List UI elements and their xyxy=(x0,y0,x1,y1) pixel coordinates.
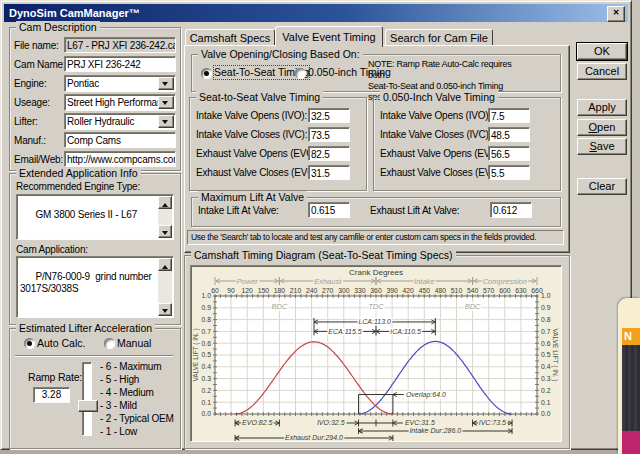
svg-text:VALVE LIFT ( IN. ): VALVE LIFT ( IN. ) xyxy=(192,328,200,381)
inch-timing-title: 0.050-Inch Valve Timing xyxy=(380,91,498,104)
chevron-down-icon[interactable] xyxy=(158,77,174,90)
manuf-input[interactable]: Comp Cams xyxy=(64,132,176,148)
apply-button[interactable]: Apply xyxy=(577,99,627,116)
title-bar[interactable]: DynoSim CamManager™ ✕ xyxy=(4,4,628,22)
chevron-down-icon[interactable] xyxy=(158,96,174,109)
scroll-down-icon[interactable] xyxy=(158,225,172,238)
based-on-radio-seat-to-seat-timing[interactable] xyxy=(201,68,212,79)
svg-text:180: 180 xyxy=(274,287,286,294)
engine-type-textarea[interactable]: GM 3800 Series II - L67 xyxy=(16,194,174,240)
timing-row-intake-valve-opens-ivo: Intake Valve Opens (IVO):7.5 xyxy=(374,108,560,124)
svg-text:0.8: 0.8 xyxy=(541,316,551,323)
lifter-radio-auto-calc[interactable] xyxy=(24,338,35,349)
intake-valve-opens-ivo-input[interactable]: 32.5 xyxy=(308,108,350,123)
svg-text:210: 210 xyxy=(290,287,302,294)
timing-diagram-group: Camshaft Timing Diagram (Seat-To-Seat Ti… xyxy=(184,255,570,449)
scroll-up-icon[interactable] xyxy=(158,258,172,271)
field-row-useage: Useage:Street High Performance xyxy=(14,94,176,111)
ok-button[interactable]: OK xyxy=(577,43,627,60)
seat-timing-title: Seat-to-Seat Valve Timing xyxy=(196,91,323,104)
scroll-down-icon[interactable] xyxy=(158,303,172,316)
useage-select[interactable]: Street High Performance xyxy=(64,94,176,111)
background-window-strip: N xyxy=(618,298,640,454)
tab-search-for-cam-file[interactable]: Search for Cam File xyxy=(385,29,493,46)
timing-row-exhaust-valve-opens-evo: Exhaust Valve Opens (EVO):56.5 xyxy=(374,146,560,162)
timing-diagram: 6090120150180210240270300330360390420450… xyxy=(191,266,561,441)
ramp-scale-item: - 1 - Low xyxy=(100,425,137,438)
exhaust-lift-input[interactable]: 0.612 xyxy=(490,202,532,218)
timing-row-exhaust-valve-opens-evo: Exhaust Valve Opens (EVO):82.5 xyxy=(190,146,366,162)
svg-text:120: 120 xyxy=(242,287,254,294)
intake-valve-opens-ivo-input[interactable]: 7.5 xyxy=(488,108,530,123)
cancel-button[interactable]: Cancel xyxy=(577,63,627,80)
file-name-input[interactable]: L67 - PRJ XFI 236-242.cam xyxy=(64,37,176,53)
background-window-banner: N xyxy=(622,328,640,345)
svg-text:0.3: 0.3 xyxy=(202,375,212,382)
intake-valve-opens-ivo-label: Intake Valve Opens (IVO): xyxy=(380,110,491,121)
field-row-cam-name: Cam Name:PRJ XFI 236-242 xyxy=(14,56,176,73)
timing-row-intake-valve-closes-ivc: Intake Valve Closes (IVC):48.5 xyxy=(374,127,560,143)
based-on-title: Valve Opening/Closing Based On: xyxy=(198,48,363,61)
engine-select[interactable]: Pontiac xyxy=(64,75,176,92)
svg-text:510: 510 xyxy=(451,287,463,294)
exhaust-valve-opens-evo-input[interactable]: 56.5 xyxy=(488,146,530,161)
cam-name-input[interactable]: PRJ XFI 236-242 xyxy=(64,56,176,72)
svg-text:570: 570 xyxy=(483,287,495,294)
inch-timing-group: 0.050-Inch Valve Timing Intake Valve Ope… xyxy=(373,97,561,191)
field-row-file-name: File name:L67 - PRJ XFI 236-242.cam xyxy=(14,37,176,54)
email-web-input[interactable]: http://www.compcams.com xyxy=(64,151,176,167)
field-row-manuf: Manuf.:Comp Cams xyxy=(14,132,176,149)
lifter-label-manual: Manual xyxy=(117,337,151,350)
svg-text:0.8: 0.8 xyxy=(202,316,212,323)
engine-label: Engine: xyxy=(14,78,47,89)
svg-text:Exhaust Dur:294.0: Exhaust Dur:294.0 xyxy=(285,434,343,441)
manuf-label: Manuf.: xyxy=(14,135,46,146)
cam-application-label: Cam Application: xyxy=(16,244,88,255)
svg-text:Intake: Intake xyxy=(414,277,434,286)
svg-text:150: 150 xyxy=(258,287,270,294)
svg-text:360: 360 xyxy=(370,287,382,294)
intake-valve-closes-ivc-input[interactable]: 73.5 xyxy=(308,127,350,142)
save-button[interactable]: Save xyxy=(577,138,627,155)
close-icon[interactable]: ✕ xyxy=(607,6,625,22)
ramp-scale-item: - 2 - Typical OEM xyxy=(100,412,174,425)
engine-type-scrollbar[interactable] xyxy=(158,196,172,238)
ramp-rate-slider-thumb[interactable] xyxy=(78,400,98,412)
intake-valve-closes-ivc-input[interactable]: 48.5 xyxy=(488,127,530,142)
intake-valve-closes-ivc-label: Intake Valve Closes (IVC): xyxy=(380,129,491,140)
clear-button[interactable]: Clear xyxy=(577,178,627,195)
intake-valve-opens-ivo-label: Intake Valve Opens (IVO): xyxy=(196,110,307,121)
svg-text:ICA:110.5: ICA:110.5 xyxy=(390,328,421,335)
svg-text:0.0: 0.0 xyxy=(202,410,212,417)
svg-text:Overlap:64.0: Overlap:64.0 xyxy=(406,391,446,399)
lifter-select[interactable]: Roller Hydraulic xyxy=(64,113,176,130)
svg-text:0.4: 0.4 xyxy=(541,363,551,370)
timing-row-exhaust-valve-closes-evc: Exhaust Valve Closes (EVC):5.5 xyxy=(374,165,560,181)
scroll-up-icon[interactable] xyxy=(158,196,172,209)
svg-text:1.0: 1.0 xyxy=(202,292,212,299)
cam-application-scrollbar[interactable] xyxy=(158,258,172,316)
exhaust-lift-label: Exhaust Lift At Valve: xyxy=(370,205,459,216)
background-window-image xyxy=(622,345,640,431)
exhaust-valve-closes-evc-input[interactable]: 31.5 xyxy=(308,165,350,180)
svg-text:450: 450 xyxy=(419,287,431,294)
intake-lift-input[interactable]: 0.615 xyxy=(308,202,350,218)
chevron-down-icon[interactable] xyxy=(158,115,174,128)
tab-valve-event-timing[interactable]: Valve Event Timing xyxy=(275,26,383,47)
svg-text:Crank Degrees: Crank Degrees xyxy=(349,268,403,277)
svg-text:ECA:115.5: ECA:115.5 xyxy=(328,328,361,335)
open-button[interactable]: Open xyxy=(577,119,627,136)
max-lift-group: Maximum Lift At Valve Intake Lift At Val… xyxy=(191,197,561,227)
lifter-radio-manual[interactable] xyxy=(104,338,115,349)
svg-text:0.9: 0.9 xyxy=(541,304,551,311)
based-on-radio-0-050-inch-timing[interactable] xyxy=(295,68,306,79)
svg-text:IVC:73.5: IVC:73.5 xyxy=(479,419,506,426)
ramp-rate-slider[interactable] xyxy=(82,362,92,436)
exhaust-valve-opens-evo-input[interactable]: 82.5 xyxy=(308,146,350,161)
exhaust-valve-closes-evc-input[interactable]: 5.5 xyxy=(488,165,530,180)
tab-camshaft-specs[interactable]: Camshaft Specs xyxy=(185,29,275,46)
svg-text:630: 630 xyxy=(515,287,527,294)
timing-diagram-panel: 6090120150180210240270300330360390420450… xyxy=(190,265,562,442)
svg-text:0.6: 0.6 xyxy=(202,340,212,347)
cam-application-textarea[interactable]: P/N76-000-9 grind number 3017S/3038S xyxy=(16,256,174,318)
